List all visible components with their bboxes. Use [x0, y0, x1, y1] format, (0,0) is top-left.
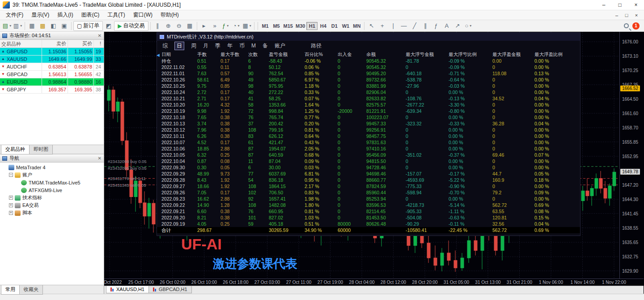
indicators-list-button[interactable]: ƒ▾ — [220, 21, 231, 31]
chart-tab-xauusd-h1[interactable]: XAUUSD,H1 — [106, 286, 149, 293]
timeframe-m30[interactable]: M30 — [294, 22, 306, 30]
stats-path-label[interactable]: 路径 — [311, 42, 322, 50]
menu-item-2[interactable]: 插入(I) — [53, 10, 77, 20]
fibonacci-button[interactable]: ƒ — [431, 21, 441, 31]
stats-cell: 0.33 % — [305, 89, 338, 95]
stats-cell: 0.00 % — [534, 183, 566, 189]
close-button[interactable]: × — [628, 0, 644, 10]
nav-item-item[interactable]: +脚本 — [0, 209, 104, 217]
tab-item[interactable]: 交易品种 — [1, 145, 30, 154]
data-window-button[interactable]: ▩ — [38, 21, 48, 31]
maximize-button[interactable]: □ — [612, 0, 628, 10]
collapse-arrow-icon[interactable]: ◀ — [157, 51, 160, 59]
zoom-out-button[interactable]: ⊖ — [174, 21, 184, 31]
stats-tab-item[interactable]: 周 — [191, 42, 196, 50]
menu-item-4[interactable]: 工具(T) — [103, 10, 129, 20]
stats-cell: 0 — [338, 196, 366, 202]
navigator-close-icon[interactable]: ✕ — [98, 156, 102, 161]
nav-item-ea[interactable]: +EA交易 — [0, 201, 104, 209]
timeframe-d1[interactable]: D1 — [329, 22, 340, 30]
channel-button[interactable]: ∥ — [420, 21, 430, 31]
tile-windows-button[interactable]: ▦ — [185, 21, 195, 31]
market-watch-button[interactable]: ▦ — [27, 21, 37, 31]
timeframe-w1[interactable]: W1 — [340, 22, 351, 30]
stats-cell: -0.13 % — [449, 95, 492, 102]
horizontal-line-button[interactable]: — — [398, 21, 409, 31]
price-axis[interactable]: 1676.001673.101670.251667.351664.501661.… — [619, 32, 644, 279]
trendline-button[interactable]: ╱ — [409, 21, 419, 31]
menu-item-5[interactable]: 窗口(W) — [129, 10, 157, 20]
text-button[interactable]: A — [441, 21, 452, 31]
market-watch-row-audchf[interactable]: ▼AUDCHF0.638540.6387824 — [0, 63, 104, 71]
tab-item[interactable]: 即时图 — [29, 145, 53, 154]
minimize-button[interactable]: – — [596, 0, 612, 10]
chart-tab-label: GBPCAD,H1 — [159, 287, 187, 292]
templates-button[interactable]: ▦▾ — [242, 21, 252, 31]
shapes-button[interactable]: ○▾ — [463, 21, 473, 31]
time-axis[interactable]: 25 Oct 202225 Oct 17:0026 Oct 02:0026 Oc… — [104, 279, 644, 286]
auto-trading-button[interactable]: ▶自动交易 — [114, 21, 148, 31]
market-watch-row-gbpjpy[interactable]: ▼GBPJPY169.357169.39538 — [0, 86, 104, 94]
nav-item-item[interactable]: +技术指标 — [0, 194, 104, 201]
expander-plus-icon[interactable]: + — [9, 196, 13, 200]
market-watch-row-eurusd[interactable]: ▲EURUSD0.988640.9888016 — [0, 78, 104, 86]
market-watch-row-xauusd[interactable]: ▲XAUUSD1649.661649.9933 — [0, 56, 104, 63]
timeframe-h4[interactable]: H4 — [318, 22, 329, 30]
stats-tab-item[interactable]: 月 — [203, 42, 208, 50]
navigator-button[interactable]: ◧ — [48, 21, 59, 31]
strategy-tester-button[interactable]: ◩ — [103, 21, 114, 31]
periods-button[interactable]: ◔▾ — [231, 21, 242, 31]
market-watch-row-gbpcad[interactable]: ▼GBPCAD1.566131.5665542 — [0, 71, 104, 78]
ask-cell: 0.63878 — [68, 63, 94, 70]
stats-cell: 49 — [248, 77, 269, 83]
search-icon[interactable] — [624, 23, 629, 28]
arrows-button[interactable]: ↗ — [452, 21, 462, 31]
mdi-close-button[interactable]: × — [631, 11, 641, 19]
tab-item[interactable]: 收藏夹 — [19, 285, 43, 295]
timeframe-m1[interactable]: M1 — [260, 22, 271, 30]
menu-item-0[interactable]: 文件(F) — [2, 10, 27, 20]
menu-item-3[interactable]: 图表(C) — [77, 10, 104, 20]
new-order-button[interactable]: ▢新订单 — [73, 21, 103, 31]
stats-total-cell: 562.72 — [492, 227, 534, 233]
stats-tab-item[interactable]: 年 — [227, 42, 233, 50]
timeframe-m5[interactable]: M5 — [271, 22, 282, 30]
stats-tab-m[interactable]: M — [251, 43, 256, 49]
notification-badge[interactable]: 1 — [632, 22, 640, 30]
tick-chart-button[interactable]: ∥ — [153, 21, 163, 31]
stats-tab-item[interactable]: 综 — [162, 42, 168, 50]
profiles-button[interactable]: ▥▾ — [13, 21, 23, 31]
nav-item-atfxgm9-live[interactable]: ATFXGM9-Live — [0, 186, 104, 194]
new-chart-button[interactable]: ▤▾ — [2, 21, 12, 31]
vertical-line-button[interactable]: ∣ — [388, 21, 398, 31]
stats-tab-item[interactable]: 日 — [174, 42, 184, 50]
mdi-minimize-button[interactable]: – — [612, 11, 622, 19]
crosshair-button[interactable]: + — [377, 21, 387, 31]
expander-plus-icon[interactable]: + — [9, 203, 13, 207]
stats-tab-item[interactable]: 备 — [263, 42, 268, 50]
stats-tab-item[interactable]: 季 — [215, 42, 220, 50]
menu-item-6[interactable]: 帮助(H) — [157, 10, 183, 20]
timeframe-m15[interactable]: M15 — [282, 22, 294, 30]
chart-shift-button[interactable]: ▸ — [199, 21, 209, 31]
market-watch-row-gbpusd[interactable]: ▲GBPUSD1.150361.1505519 — [0, 48, 104, 56]
timeframe-h1[interactable]: H1 — [306, 22, 318, 30]
market-watch-close-icon[interactable]: ✕ — [98, 33, 102, 38]
timeframe-mn[interactable]: MN — [351, 22, 362, 30]
stats-tab-item[interactable]: 账户 — [275, 42, 285, 50]
templates-icon: ▦ — [242, 22, 248, 29]
menu-item-1[interactable]: 显示(V) — [27, 10, 53, 20]
auto-scroll-button[interactable]: » — [210, 21, 220, 31]
expander-plus-icon[interactable]: + — [9, 211, 13, 215]
zoom-in-button[interactable]: ⊕ — [163, 21, 174, 31]
chart-tab-gbpcad-h1[interactable]: GBPCAD,H1 — [148, 286, 192, 293]
nav-item-metatrader-4[interactable]: MetaTrader 4 — [0, 163, 104, 171]
stats-tab-item[interactable]: 币 — [239, 42, 245, 50]
expander-minus-icon[interactable]: − — [9, 173, 13, 177]
mdi-restore-button[interactable]: □ — [622, 11, 631, 19]
nav-item-tmgm-trademax-live5[interactable]: TMGM.TradeMax-Live5 — [0, 179, 104, 186]
cursor-button[interactable]: ↖ — [366, 21, 377, 31]
nav-item-item[interactable]: −账户 — [0, 171, 104, 179]
tab-item[interactable]: 常用 — [1, 285, 20, 295]
terminal-button[interactable]: ▣ — [59, 21, 69, 31]
